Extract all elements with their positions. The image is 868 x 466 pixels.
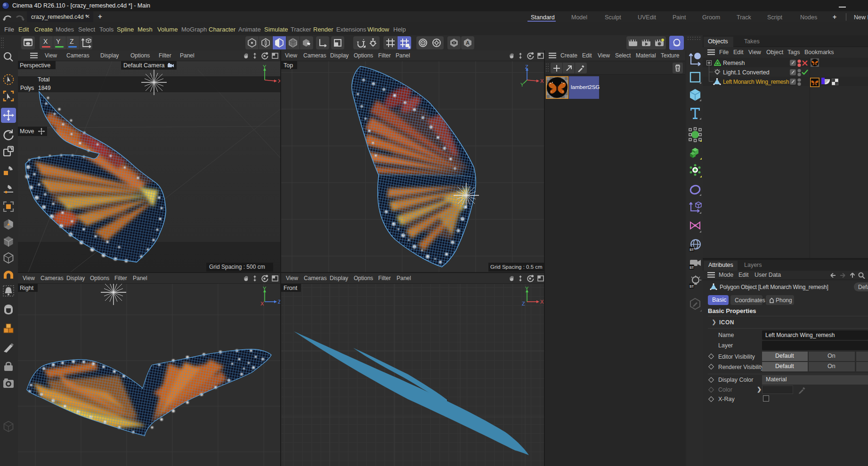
svg-text:Y: Y: [263, 286, 267, 291]
svg-text:A: A: [466, 40, 470, 46]
svg-text:ST: ST: [690, 285, 694, 288]
svg-text:ST: ST: [690, 266, 694, 269]
svg-text:Z: Z: [522, 301, 525, 306]
svg-text:Y: Y: [520, 82, 524, 88]
svg-text:ST: ST: [690, 248, 694, 251]
svg-text:X: X: [260, 301, 264, 306]
svg-text:X: X: [540, 78, 544, 84]
svg-text:Z: Z: [525, 64, 528, 70]
svg-text:X: X: [540, 299, 544, 305]
svg-text:Y: Y: [525, 286, 529, 291]
svg-text:Y: Y: [263, 64, 267, 70]
